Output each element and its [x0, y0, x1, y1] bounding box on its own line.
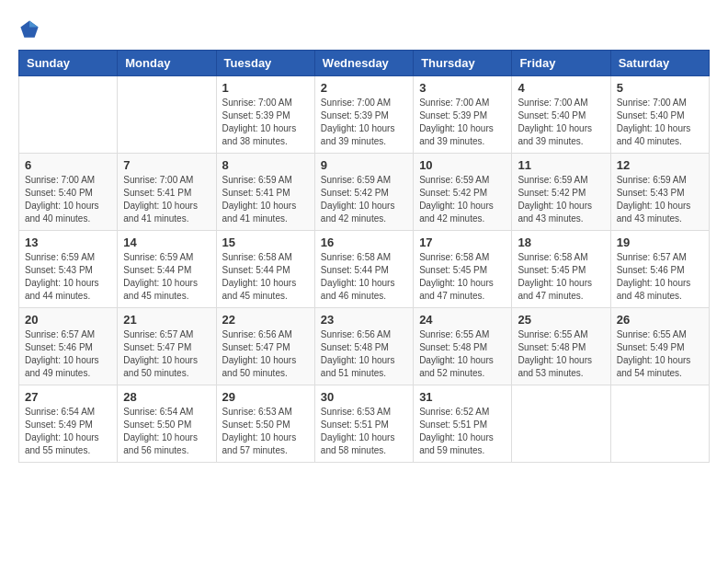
calendar-cell: 18Sunrise: 6:58 AM Sunset: 5:45 PM Dayli… [512, 231, 610, 308]
calendar-cell: 4Sunrise: 7:00 AM Sunset: 5:40 PM Daylig… [512, 76, 610, 154]
day-info: Sunrise: 6:55 AM Sunset: 5:48 PM Dayligh… [419, 328, 506, 380]
day-info: Sunrise: 6:57 AM Sunset: 5:46 PM Dayligh… [25, 328, 111, 380]
calendar-table: SundayMondayTuesdayWednesdayThursdayFrid… [18, 50, 710, 463]
day-info: Sunrise: 6:54 AM Sunset: 5:50 PM Dayligh… [123, 406, 210, 457]
calendar-cell: 31Sunrise: 6:52 AM Sunset: 5:51 PM Dayli… [414, 385, 512, 463]
day-number: 24 [419, 313, 506, 327]
day-info: Sunrise: 6:52 AM Sunset: 5:51 PM Dayligh… [419, 406, 506, 457]
logo-icon [18, 18, 40, 40]
calendar-cell: 27Sunrise: 6:54 AM Sunset: 5:49 PM Dayli… [19, 385, 118, 463]
day-number: 16 [321, 236, 407, 249]
day-info: Sunrise: 6:53 AM Sunset: 5:51 PM Dayligh… [321, 406, 407, 457]
calendar-cell: 29Sunrise: 6:53 AM Sunset: 5:50 PM Dayli… [216, 385, 314, 463]
calendar-week-row: 13Sunrise: 6:59 AM Sunset: 5:43 PM Dayli… [19, 231, 710, 308]
calendar-cell: 15Sunrise: 6:58 AM Sunset: 5:44 PM Dayli… [216, 231, 314, 308]
day-info: Sunrise: 6:59 AM Sunset: 5:42 PM Dayligh… [419, 174, 506, 225]
calendar-cell: 16Sunrise: 6:58 AM Sunset: 5:44 PM Dayli… [314, 231, 413, 308]
weekday-header: Friday [512, 51, 610, 76]
day-number: 10 [419, 158, 506, 172]
day-number: 23 [321, 313, 407, 327]
day-number: 14 [123, 236, 210, 249]
calendar-cell: 1Sunrise: 7:00 AM Sunset: 5:39 PM Daylig… [216, 76, 314, 154]
day-number: 3 [419, 81, 506, 95]
day-number: 27 [25, 390, 111, 404]
header-row: SundayMondayTuesdayWednesdayThursdayFrid… [19, 51, 710, 76]
calendar-cell: 23Sunrise: 6:56 AM Sunset: 5:48 PM Dayli… [314, 308, 413, 385]
calendar-week-row: 27Sunrise: 6:54 AM Sunset: 5:49 PM Dayli… [19, 385, 710, 463]
day-number: 1 [222, 81, 309, 95]
day-number: 11 [518, 158, 604, 172]
day-info: Sunrise: 7:00 AM Sunset: 5:39 PM Dayligh… [222, 97, 309, 148]
day-info: Sunrise: 6:58 AM Sunset: 5:44 PM Dayligh… [321, 251, 407, 303]
day-number: 30 [321, 390, 407, 404]
day-number: 17 [419, 236, 506, 249]
day-info: Sunrise: 6:57 AM Sunset: 5:47 PM Dayligh… [123, 328, 210, 380]
day-info: Sunrise: 6:59 AM Sunset: 5:42 PM Dayligh… [321, 174, 407, 225]
day-info: Sunrise: 6:59 AM Sunset: 5:43 PM Dayligh… [617, 174, 703, 225]
calendar-header: SundayMondayTuesdayWednesdayThursdayFrid… [19, 51, 710, 76]
calendar-cell: 3Sunrise: 7:00 AM Sunset: 5:39 PM Daylig… [414, 76, 512, 154]
calendar-cell: 30Sunrise: 6:53 AM Sunset: 5:51 PM Dayli… [314, 385, 413, 463]
calendar-cell: 8Sunrise: 6:59 AM Sunset: 5:41 PM Daylig… [216, 154, 314, 231]
calendar-cell: 5Sunrise: 7:00 AM Sunset: 5:40 PM Daylig… [610, 76, 709, 154]
calendar-week-row: 6Sunrise: 7:00 AM Sunset: 5:40 PM Daylig… [19, 154, 710, 231]
calendar-cell: 21Sunrise: 6:57 AM Sunset: 5:47 PM Dayli… [118, 308, 216, 385]
day-info: Sunrise: 6:58 AM Sunset: 5:44 PM Dayligh… [222, 251, 309, 303]
day-number: 8 [222, 158, 309, 172]
day-number: 13 [25, 236, 111, 249]
calendar-body: 1Sunrise: 7:00 AM Sunset: 5:39 PM Daylig… [19, 76, 710, 463]
weekday-header: Monday [118, 51, 216, 76]
day-number: 29 [222, 390, 309, 404]
day-info: Sunrise: 6:57 AM Sunset: 5:46 PM Dayligh… [617, 251, 703, 303]
day-info: Sunrise: 6:55 AM Sunset: 5:48 PM Dayligh… [518, 328, 604, 380]
calendar-cell: 13Sunrise: 6:59 AM Sunset: 5:43 PM Dayli… [19, 231, 118, 308]
day-info: Sunrise: 7:00 AM Sunset: 5:39 PM Dayligh… [321, 97, 407, 148]
day-number: 6 [25, 158, 111, 172]
day-info: Sunrise: 6:59 AM Sunset: 5:43 PM Dayligh… [25, 251, 111, 303]
day-number: 21 [123, 313, 210, 327]
calendar-cell: 22Sunrise: 6:56 AM Sunset: 5:47 PM Dayli… [216, 308, 314, 385]
day-number: 2 [321, 81, 407, 95]
calendar-cell: 26Sunrise: 6:55 AM Sunset: 5:49 PM Dayli… [610, 308, 709, 385]
weekday-header: Saturday [610, 51, 709, 76]
day-info: Sunrise: 6:54 AM Sunset: 5:49 PM Dayligh… [25, 406, 111, 457]
calendar-week-row: 20Sunrise: 6:57 AM Sunset: 5:46 PM Dayli… [19, 308, 710, 385]
calendar-cell: 19Sunrise: 6:57 AM Sunset: 5:46 PM Dayli… [610, 231, 709, 308]
weekday-header: Thursday [414, 51, 512, 76]
day-number: 7 [123, 158, 210, 172]
calendar-cell: 25Sunrise: 6:55 AM Sunset: 5:48 PM Dayli… [512, 308, 610, 385]
day-number: 12 [617, 158, 703, 172]
weekday-header: Sunday [19, 51, 118, 76]
day-number: 28 [123, 390, 210, 404]
weekday-header: Wednesday [314, 51, 413, 76]
calendar-cell: 28Sunrise: 6:54 AM Sunset: 5:50 PM Dayli… [118, 385, 216, 463]
day-info: Sunrise: 6:58 AM Sunset: 5:45 PM Dayligh… [518, 251, 604, 303]
calendar-cell: 14Sunrise: 6:59 AM Sunset: 5:44 PM Dayli… [118, 231, 216, 308]
day-info: Sunrise: 6:55 AM Sunset: 5:49 PM Dayligh… [617, 328, 703, 380]
day-number: 26 [617, 313, 703, 327]
day-number: 9 [321, 158, 407, 172]
calendar-cell [512, 385, 610, 463]
calendar-cell: 2Sunrise: 7:00 AM Sunset: 5:39 PM Daylig… [314, 76, 413, 154]
calendar-cell: 6Sunrise: 7:00 AM Sunset: 5:40 PM Daylig… [19, 154, 118, 231]
day-info: Sunrise: 7:00 AM Sunset: 5:40 PM Dayligh… [25, 174, 111, 225]
day-info: Sunrise: 7:00 AM Sunset: 5:41 PM Dayligh… [123, 174, 210, 225]
day-info: Sunrise: 7:00 AM Sunset: 5:39 PM Dayligh… [419, 97, 506, 148]
day-info: Sunrise: 6:59 AM Sunset: 5:41 PM Dayligh… [222, 174, 309, 225]
day-number: 25 [518, 313, 604, 327]
svg-marker-1 [29, 20, 39, 27]
day-info: Sunrise: 6:58 AM Sunset: 5:45 PM Dayligh… [419, 251, 506, 303]
day-number: 20 [25, 313, 111, 327]
page-header [18, 18, 710, 40]
weekday-header: Tuesday [216, 51, 314, 76]
logo [18, 18, 44, 40]
calendar-cell: 9Sunrise: 6:59 AM Sunset: 5:42 PM Daylig… [314, 154, 413, 231]
calendar-cell: 24Sunrise: 6:55 AM Sunset: 5:48 PM Dayli… [414, 308, 512, 385]
day-number: 5 [617, 81, 703, 95]
calendar-cell: 10Sunrise: 6:59 AM Sunset: 5:42 PM Dayli… [414, 154, 512, 231]
day-number: 15 [222, 236, 309, 249]
calendar-cell: 11Sunrise: 6:59 AM Sunset: 5:42 PM Dayli… [512, 154, 610, 231]
calendar-cell: 12Sunrise: 6:59 AM Sunset: 5:43 PM Dayli… [610, 154, 709, 231]
day-info: Sunrise: 6:59 AM Sunset: 5:44 PM Dayligh… [123, 251, 210, 303]
calendar-cell: 7Sunrise: 7:00 AM Sunset: 5:41 PM Daylig… [118, 154, 216, 231]
